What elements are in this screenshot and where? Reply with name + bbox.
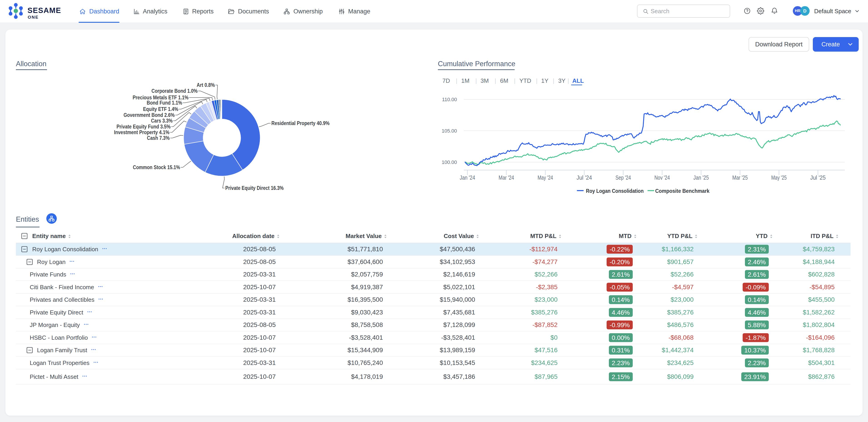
svg-text:Corporate Bond 1.0%: Corporate Bond 1.0% [152, 88, 197, 94]
svg-text:Investment Property 4.1%: Investment Property 4.1% [114, 129, 169, 135]
svg-text:Government Bond 2.6%: Government Bond 2.6% [124, 112, 175, 118]
svg-text:Nov '24: Nov '24 [654, 174, 670, 181]
svg-text:110.00: 110.00 [442, 96, 457, 102]
svg-text:Jul '24: Jul '24 [577, 174, 592, 181]
svg-text:Private Equity Fund 3.5%: Private Equity Fund 3.5% [117, 123, 170, 130]
svg-text:Art 0.8%: Art 0.8% [197, 82, 215, 88]
svg-text:Sep '24: Sep '24 [616, 174, 631, 181]
svg-text:May '24: May '24 [537, 174, 553, 181]
svg-text:May '25: May '25 [771, 174, 787, 181]
svg-text:Roy Logan Consolidation: Roy Logan Consolidation [586, 188, 644, 194]
svg-text:Residential Property 40.9%: Residential Property 40.9% [271, 120, 330, 126]
svg-text:Mar '24: Mar '24 [499, 174, 514, 181]
svg-text:105.00: 105.00 [442, 128, 457, 134]
svg-text:Composite Benchmark: Composite Benchmark [655, 188, 710, 194]
svg-text:Jan '24: Jan '24 [460, 174, 475, 181]
svg-text:Jan '25: Jan '25 [693, 174, 709, 181]
svg-text:Cash 7.3%: Cash 7.3% [147, 135, 169, 141]
svg-text:Mar '25: Mar '25 [733, 174, 748, 181]
svg-text:Bond Fund 1.1%: Bond Fund 1.1% [147, 100, 182, 106]
svg-text:Equity ETF 1.4%: Equity ETF 1.4% [143, 106, 178, 112]
svg-text:Common Stock 15.1%: Common Stock 15.1% [133, 164, 180, 170]
svg-text:Jul '25: Jul '25 [810, 174, 826, 181]
svg-text:100.00: 100.00 [442, 159, 457, 165]
svg-text:Cars 3.3%: Cars 3.3% [151, 117, 173, 124]
svg-text:Private Equity Direct 16.3%: Private Equity Direct 16.3% [225, 185, 284, 191]
